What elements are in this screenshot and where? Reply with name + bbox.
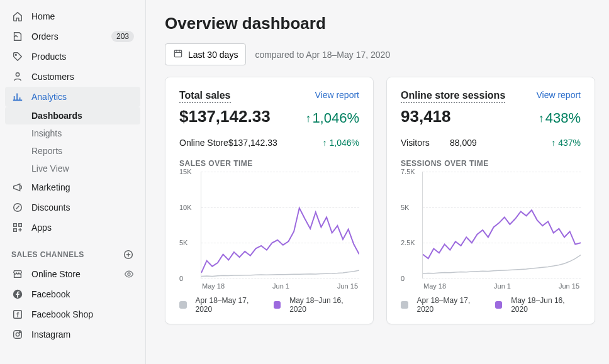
legend-curr: May 18–Jun 16, 2020 <box>289 296 359 314</box>
breakdown-value: $137,142.33 <box>228 138 323 148</box>
nav-apps[interactable]: Apps <box>5 218 140 238</box>
breakdown-label: Online Store <box>179 138 228 148</box>
sales-breakdown-row: Online Store $137,142.33 ↑1,046% <box>179 138 359 148</box>
breakdown-value: 88,009 <box>450 138 551 148</box>
legend-prev: Apr 18–May 17, 2020 <box>196 296 265 314</box>
main-content: Overview dashboard Last 30 days compared… <box>146 0 609 364</box>
legend-curr: May 18–Jun 16, 2020 <box>511 296 581 314</box>
legend-prev: Apr 18–May 17, 2020 <box>417 296 486 314</box>
nav-label: Orders <box>31 31 59 41</box>
svg-point-7 <box>128 273 130 275</box>
chart-title: SESSIONS OVER TIME <box>401 159 581 168</box>
nav-label: Facebook <box>31 289 70 299</box>
nav-discounts[interactable]: Discounts <box>5 197 140 218</box>
svg-rect-5 <box>14 229 17 232</box>
cards-row: Total sales View report $137,142.33 ↑1,0… <box>165 77 595 324</box>
legend-swatch-prev <box>401 301 408 309</box>
total-sales-delta: ↑1,046% <box>305 110 359 126</box>
add-channel-button[interactable] <box>123 249 134 260</box>
breakdown-label: Visitors <box>401 138 450 148</box>
chart-legend: Apr 18–May 17, 2020 May 18–Jun 16, 2020 <box>401 296 581 314</box>
nav-label: Facebook Shop <box>31 309 93 319</box>
apps-icon <box>11 221 24 234</box>
controls-row: Last 30 days compared to Apr 18–May 17, … <box>165 43 595 65</box>
breakdown-delta: ↑437% <box>551 138 581 148</box>
channel-online-store[interactable]: Online Store <box>5 264 140 284</box>
view-store-icon[interactable] <box>124 269 134 279</box>
calendar-icon <box>173 48 183 60</box>
svg-rect-3 <box>14 224 17 227</box>
up-arrow-icon: ↑ <box>323 138 327 148</box>
date-range-label: Last 30 days <box>188 50 238 60</box>
nav-home[interactable]: Home <box>5 6 140 26</box>
store-icon <box>11 268 24 280</box>
nav-label: Analytics <box>31 92 67 102</box>
svg-point-11 <box>16 333 19 336</box>
nav-label: Online Store <box>31 269 81 279</box>
legend-swatch-curr <box>274 301 281 309</box>
facebook-shop-icon <box>11 308 24 321</box>
up-arrow-icon: ↑ <box>551 138 556 148</box>
up-arrow-icon: ↑ <box>305 113 311 124</box>
svg-rect-4 <box>19 224 22 227</box>
card-title: Total sales <box>179 90 231 103</box>
sessions-value: 93,418 <box>401 107 451 126</box>
channels-header: SALES CHANNELS <box>5 238 140 264</box>
nav-label: Customers <box>31 72 74 82</box>
view-report-link[interactable]: View report <box>315 90 359 100</box>
view-report-link[interactable]: View report <box>536 90 581 100</box>
breakdown-delta: ↑1,046% <box>323 138 359 148</box>
nav-products[interactable]: Products <box>5 47 140 67</box>
sessions-chart: 02.5K5K7.5KMay 18Jun 1Jun 15 <box>401 172 581 290</box>
card-sessions: Online store sessions View report 93,418… <box>386 77 595 324</box>
sidebar: Home Orders 203 Products Customers Analy… <box>0 0 146 364</box>
facebook-icon <box>11 288 24 301</box>
nav-label: Discounts <box>31 202 70 212</box>
subnav-insights[interactable]: Insights <box>5 124 140 142</box>
sales-chart: 05K10K15KMay 18Jun 1Jun 15 <box>179 172 359 290</box>
tag-icon <box>11 50 24 63</box>
card-total-sales: Total sales View report $137,142.33 ↑1,0… <box>165 77 374 324</box>
nav-label: Home <box>31 11 55 21</box>
instagram-icon <box>11 328 24 341</box>
nav-label: Products <box>31 52 66 62</box>
total-sales-value: $137,142.33 <box>179 107 271 126</box>
card-title: Online store sessions <box>401 90 505 103</box>
nav-orders[interactable]: Orders 203 <box>5 26 140 47</box>
chart-legend: Apr 18–May 17, 2020 May 18–Jun 16, 2020 <box>179 296 359 314</box>
nav-label: Apps <box>31 223 52 233</box>
sessions-delta: ↑438% <box>539 110 581 126</box>
up-arrow-icon: ↑ <box>539 113 544 124</box>
subnav-dashboards[interactable]: Dashboards <box>5 107 140 124</box>
home-icon <box>11 10 24 23</box>
svg-point-0 <box>15 54 16 55</box>
chart-title: SALES OVER TIME <box>179 159 359 168</box>
svg-point-1 <box>16 73 19 76</box>
svg-rect-13 <box>174 50 181 57</box>
nav-customers[interactable]: Customers <box>5 67 140 87</box>
analytics-icon <box>11 91 24 103</box>
svg-point-12 <box>20 332 21 333</box>
legend-swatch-curr <box>495 301 503 309</box>
channel-facebook[interactable]: Facebook <box>5 284 140 304</box>
nav-marketing[interactable]: Marketing <box>5 177 140 197</box>
subnav-live-view[interactable]: Live View <box>5 160 140 177</box>
orders-badge: 203 <box>111 31 134 42</box>
megaphone-icon <box>11 181 24 194</box>
subnav-reports[interactable]: Reports <box>5 142 140 160</box>
user-icon <box>11 70 24 83</box>
compared-text: compared to Apr 18–May 17, 2020 <box>255 50 390 60</box>
nav-label: Instagram <box>31 329 70 339</box>
orders-icon <box>11 30 24 43</box>
page-title: Overview dashboard <box>165 14 595 33</box>
legend-swatch-prev <box>179 301 187 309</box>
nav-analytics[interactable]: Analytics <box>5 87 140 107</box>
channel-facebook-shop[interactable]: Facebook Shop <box>5 304 140 324</box>
discount-icon <box>11 201 24 214</box>
nav-label: Marketing <box>31 182 70 192</box>
sessions-breakdown-row: Visitors 88,009 ↑437% <box>401 138 581 148</box>
date-range-button[interactable]: Last 30 days <box>165 43 246 65</box>
channel-instagram[interactable]: Instagram <box>5 324 140 345</box>
